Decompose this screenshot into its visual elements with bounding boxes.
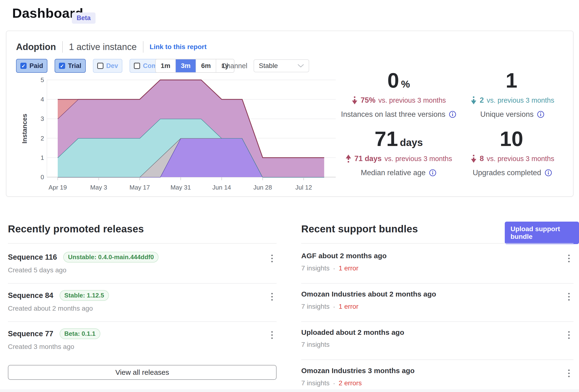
stat-unique-versions: 1 2 vs. previous 3 months Unique version…	[455, 70, 570, 119]
bundle-title: AGF about 2 months ago	[301, 252, 574, 260]
svg-text:Jul 12: Jul 12	[295, 184, 312, 191]
bundle-meta: 7 insights · 2 errors	[301, 379, 574, 387]
adoption-title: Adoption	[16, 42, 56, 52]
release-row: Sequence 116 Unstable: 0.4.0-main.444ddf…	[8, 252, 277, 274]
info-icon[interactable]	[545, 169, 552, 177]
stat-value: 10	[500, 128, 525, 149]
dot-separator: ·	[333, 264, 335, 272]
bundle-insights: 7 insights	[301, 264, 330, 272]
range-6m-button[interactable]: 6m	[196, 59, 216, 72]
svg-text:Jun 28: Jun 28	[253, 184, 272, 191]
bundle-errors: 1 error	[339, 264, 358, 272]
filter-chip-trial[interactable]: Trial	[55, 59, 86, 73]
stat-label: Upgrades completed	[473, 168, 552, 177]
divider	[8, 243, 277, 244]
stat-instances-last-three-versions: 0 % 75% vs. previous 3 months Instances …	[340, 70, 457, 119]
separator	[143, 41, 144, 53]
divider	[8, 322, 277, 322]
kebab-menu-icon[interactable]	[567, 253, 571, 264]
release-channel-badge: Stable: 1.12.5	[60, 290, 109, 301]
svg-text:2: 2	[41, 135, 44, 142]
release-channel-badge: Beta: 0.1.1	[60, 328, 100, 339]
release-title: Sequence 116	[8, 253, 57, 261]
kebab-menu-icon[interactable]	[567, 330, 571, 340]
stat-delta: 75% vs. previous 3 months	[352, 96, 446, 105]
release-row: Sequence 77 Beta: 0.1.1 Created 3 months…	[8, 328, 277, 351]
bottom-strip	[0, 389, 579, 392]
upload-support-bundle-button[interactable]: Upload support bundle	[505, 222, 579, 244]
support-bundle-row: Omozan Industries about 2 months ago 7 i…	[301, 290, 574, 311]
bundle-errors: 1 error	[339, 303, 358, 310]
filter-chip-label: Dev	[106, 62, 118, 70]
dot-separator: ·	[333, 379, 335, 387]
checkbox-checked-icon[interactable]	[59, 63, 65, 69]
bundle-meta: 7 insights · 1 error	[301, 303, 574, 311]
filter-chip-label: Paid	[29, 62, 43, 70]
filter-chip-paid[interactable]: Paid	[16, 59, 47, 73]
stat-label: Instances on last three versions	[341, 110, 456, 119]
support-bundle-row: AGF about 2 months ago 7 insights · 1 er…	[301, 252, 574, 272]
dot-separator: ·	[333, 303, 335, 311]
chevron-down-icon	[298, 64, 304, 68]
bundle-insights: 7 insights	[301, 379, 330, 387]
beta-badge: Beta	[72, 12, 95, 24]
checkbox-unchecked-icon[interactable]	[97, 63, 103, 69]
divider	[301, 243, 574, 244]
stat-delta: 2 vs. previous 3 months	[471, 96, 554, 105]
svg-text:0: 0	[41, 174, 44, 181]
svg-text:5: 5	[41, 76, 44, 83]
svg-text:May 17: May 17	[130, 184, 150, 191]
divider	[301, 283, 574, 284]
stat-delta: 71 days vs. previous 3 months	[345, 154, 452, 163]
bundle-title: Omozan Industries about 2 months ago	[301, 290, 574, 298]
svg-text:May 3: May 3	[90, 184, 107, 191]
bundle-meta: 7 insights	[301, 341, 574, 348]
channel-select[interactable]: Stable	[254, 59, 309, 72]
adoption-area-chart: 012345Apr 19May 3May 17May 31Jun 14Jun 2…	[34, 74, 342, 194]
info-icon[interactable]	[429, 169, 436, 177]
channel-label: Channel	[221, 62, 247, 70]
kebab-menu-icon[interactable]	[567, 291, 571, 302]
release-channel-badge: Unstable: 0.4.0-main.444ddf0	[63, 252, 158, 262]
divider	[301, 359, 574, 360]
range-1m-button[interactable]: 1m	[156, 59, 175, 72]
svg-text:3: 3	[41, 115, 44, 122]
bundle-title: Uploaded about 2 months ago	[301, 328, 574, 336]
filter-chip-label: Trial	[68, 62, 81, 70]
link-to-report[interactable]: Link to this report	[150, 43, 207, 51]
trend-up-icon	[345, 154, 352, 163]
release-created: Created 3 months ago	[8, 343, 277, 351]
kebab-menu-icon[interactable]	[270, 291, 274, 302]
active-instances-label: 1 active instance	[69, 42, 137, 52]
stat-label: Median relative age	[361, 168, 437, 177]
channel-group: Channel Stable	[221, 59, 309, 73]
kebab-menu-icon[interactable]	[270, 253, 274, 264]
bundle-insights: 7 insights	[301, 303, 330, 310]
checkbox-checked-icon[interactable]	[20, 63, 27, 69]
checkbox-unchecked-icon[interactable]	[134, 63, 140, 69]
divider	[8, 283, 277, 284]
release-row: Sequence 84 Stable: 1.12.5 Created about…	[8, 290, 277, 312]
trend-down-icon	[471, 96, 477, 105]
filter-chip-dev[interactable]: Dev	[93, 59, 123, 73]
kebab-menu-icon[interactable]	[270, 330, 274, 340]
adoption-card-header: Adoption 1 active instance Link to this …	[16, 41, 207, 53]
releases-heading: Recently promoted releases	[8, 223, 144, 235]
stat-value: 71 days	[374, 128, 423, 149]
dashboard-page: Dashboard Beta Adoption 1 active instanc…	[0, 0, 579, 392]
divider	[301, 322, 574, 322]
release-title: Sequence 77	[8, 329, 53, 338]
stat-upgrades-completed: 10 8 vs. previous 3 months Upgrades comp…	[455, 128, 570, 177]
svg-text:May 31: May 31	[170, 184, 191, 191]
info-icon[interactable]	[537, 111, 545, 118]
kebab-menu-icon[interactable]	[567, 368, 571, 379]
bundle-title: Omozan Industries 3 months ago	[301, 367, 574, 375]
svg-text:1: 1	[41, 154, 44, 161]
range-3m-button[interactable]: 3m	[175, 59, 195, 72]
stat-delta: 8 vs. previous 3 months	[471, 154, 554, 163]
svg-text:Jun 14: Jun 14	[213, 184, 231, 191]
view-all-releases-button[interactable]: View all releases	[8, 365, 277, 380]
separator	[62, 41, 63, 53]
support-bundle-row: Uploaded about 2 months ago 7 insights	[301, 328, 574, 348]
release-created: Created 5 days ago	[8, 266, 277, 274]
